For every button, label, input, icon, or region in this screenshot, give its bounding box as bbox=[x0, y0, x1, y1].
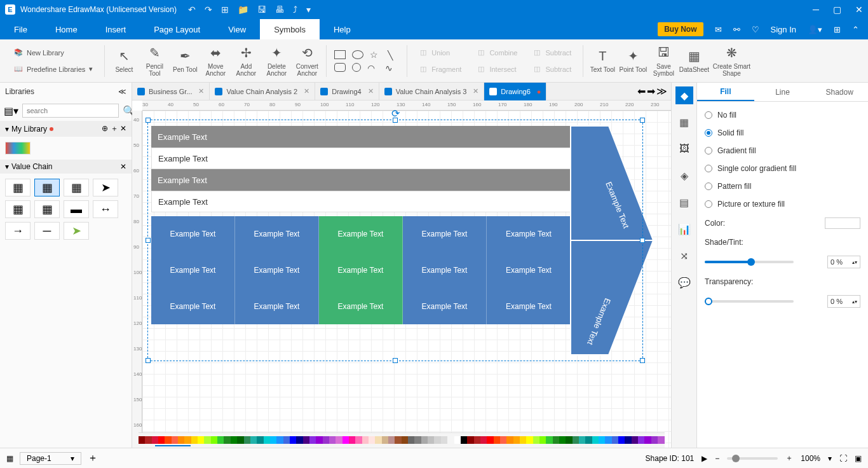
shape-rect[interactable] bbox=[334, 50, 346, 59]
shape-circle[interactable] bbox=[352, 63, 361, 72]
new-icon[interactable]: ⊞ bbox=[221, 4, 229, 15]
minimize-icon[interactable]: ─ bbox=[813, 4, 819, 15]
tab-vca2[interactable]: Value Chain Analysis 2✕ bbox=[210, 83, 315, 100]
play-icon[interactable]: ▶ bbox=[702, 454, 707, 463]
diagram-row-3[interactable]: Example Text bbox=[151, 169, 583, 191]
save-icon[interactable]: 🖫 bbox=[257, 4, 266, 15]
library-menu-icon[interactable]: ▤▾ bbox=[4, 105, 18, 117]
zoom-out-icon[interactable]: − bbox=[715, 454, 719, 463]
menu-file[interactable]: File bbox=[0, 19, 41, 39]
fit-page-icon[interactable]: ⛶ bbox=[839, 454, 847, 463]
library-search-input[interactable] bbox=[22, 104, 119, 118]
maximize-icon[interactable]: ▢ bbox=[833, 4, 841, 15]
shuffle-tool-icon[interactable]: ⤨ bbox=[675, 247, 693, 265]
close-icon[interactable]: ✕ bbox=[855, 4, 863, 15]
print-icon[interactable]: 🖶 bbox=[275, 4, 284, 15]
add-anchor-tool[interactable]: ✢Add Anchor bbox=[231, 45, 261, 77]
vc-shape-9[interactable]: → bbox=[5, 222, 31, 240]
bell-icon[interactable]: ♡ bbox=[752, 25, 759, 34]
radio-single-gradient[interactable]: Single color gradient fill bbox=[705, 164, 860, 173]
shape-roundrect[interactable] bbox=[334, 63, 346, 72]
vc-shape-8[interactable]: ↔ bbox=[93, 200, 118, 218]
export-icon[interactable]: ⤴ bbox=[293, 4, 297, 15]
vc-shape-5[interactable]: ▦ bbox=[5, 200, 31, 218]
shade-slider[interactable] bbox=[705, 261, 794, 263]
grid-tool-icon[interactable]: ▦ bbox=[675, 113, 693, 131]
send-icon[interactable]: ✉ bbox=[715, 25, 722, 34]
tab-drawing4[interactable]: Drawing4✕ bbox=[315, 83, 379, 100]
tab-prev-icon[interactable]: ⬅ bbox=[637, 85, 646, 97]
pen-tool[interactable]: ✒Pen Tool bbox=[170, 48, 200, 73]
open-icon[interactable]: 📁 bbox=[238, 4, 248, 15]
chart-tool-icon[interactable]: 📊 bbox=[675, 220, 693, 238]
canvas[interactable]: 3040506070809010011012013014015016017018… bbox=[132, 100, 671, 448]
new-library-button[interactable]: 📚New Library bbox=[11, 46, 95, 59]
undo-icon[interactable]: ↶ bbox=[188, 4, 196, 15]
vc-shape-1[interactable]: ▦ bbox=[5, 179, 31, 196]
menu-insert[interactable]: Insert bbox=[92, 19, 140, 39]
account-icon[interactable]: 👤▾ bbox=[808, 25, 822, 34]
predefine-libraries-button[interactable]: 📖Predefine Libraries▾ bbox=[11, 63, 95, 76]
tab-drawing6[interactable]: Drawing6● bbox=[484, 83, 546, 100]
shape-ellipse[interactable] bbox=[352, 50, 363, 59]
diagram-row-2[interactable]: Example Text bbox=[151, 148, 583, 169]
signin-link[interactable]: Sign In bbox=[771, 25, 796, 34]
image-tool-icon[interactable]: 🖼 bbox=[675, 140, 693, 158]
page-tool-icon[interactable]: ▤ bbox=[675, 193, 693, 211]
tab-more-icon[interactable]: ≫ bbox=[656, 85, 667, 97]
text-tool[interactable]: TText Tool bbox=[587, 48, 618, 73]
diagram-row-1[interactable]: Example Text bbox=[151, 126, 583, 148]
prop-tab-line[interactable]: Line bbox=[754, 83, 811, 101]
prop-tab-fill[interactable]: Fill bbox=[697, 83, 754, 101]
prop-tab-shadow[interactable]: Shadow bbox=[811, 83, 868, 101]
library-shape[interactable] bbox=[5, 142, 31, 155]
diagram-arrow[interactable]: Example Text Example Text bbox=[571, 126, 660, 355]
collapse-libraries-icon[interactable]: ≪ bbox=[118, 87, 126, 96]
fullscreen-icon[interactable]: ▣ bbox=[855, 454, 862, 463]
radio-solid-fill[interactable]: Solid fill bbox=[705, 128, 860, 137]
zoom-in-icon[interactable]: ＋ bbox=[785, 453, 793, 464]
page-selector[interactable]: Page-1▾ bbox=[20, 452, 81, 465]
move-anchor-tool[interactable]: ⬌Move Anchor bbox=[200, 45, 231, 77]
tab-vca3[interactable]: Value Chain Analysis 3✕ bbox=[379, 83, 485, 100]
transparency-spinbox[interactable]: 0 %▴▾ bbox=[827, 295, 860, 308]
my-library-section[interactable]: ▾ My Library⊕ ＋ ✕ bbox=[0, 121, 132, 137]
point-tool[interactable]: ✦Point Tool bbox=[618, 48, 648, 73]
collapse-ribbon-icon[interactable]: ⌃ bbox=[852, 25, 859, 34]
share-icon[interactable]: ⚯ bbox=[733, 25, 740, 34]
menu-symbols[interactable]: Symbols bbox=[260, 19, 320, 39]
shade-spinbox[interactable]: 0 %▴▾ bbox=[827, 256, 860, 268]
value-chain-diagram[interactable]: Example Text Example Text Example Text E… bbox=[151, 126, 583, 324]
radio-pattern-fill[interactable]: Pattern fill bbox=[705, 182, 860, 191]
redo-icon[interactable]: ↷ bbox=[205, 4, 212, 15]
color-palette-bar[interactable] bbox=[139, 436, 665, 448]
fill-tool-icon[interactable]: ◆ bbox=[675, 86, 693, 104]
vc-shape-10[interactable]: ─ bbox=[34, 222, 60, 240]
diagram-row-4[interactable]: Example Text bbox=[151, 191, 583, 212]
menu-view[interactable]: View bbox=[214, 19, 260, 39]
menu-help[interactable]: Help bbox=[320, 19, 365, 39]
select-tool[interactable]: ↖Select bbox=[109, 48, 139, 73]
radio-gradient-fill[interactable]: Gradient fill bbox=[705, 146, 860, 155]
buy-now-button[interactable]: Buy Now bbox=[658, 22, 703, 36]
create-smart-shape-button[interactable]: ❋Create Smart Shape bbox=[709, 45, 754, 77]
datasheet-button[interactable]: ▦DataSheet bbox=[679, 48, 709, 73]
menu-home[interactable]: Home bbox=[41, 19, 92, 39]
color-swatch[interactable] bbox=[825, 217, 860, 229]
more-icon[interactable]: ▾ bbox=[306, 4, 311, 15]
comment-tool-icon[interactable]: 💬 bbox=[675, 273, 693, 291]
convert-anchor-tool[interactable]: ⟲Convert Anchor bbox=[292, 45, 322, 77]
add-page-button[interactable]: ＋ bbox=[88, 451, 98, 465]
delete-anchor-tool[interactable]: ✦Delete Anchor bbox=[261, 45, 292, 77]
apps-icon[interactable]: ⊞ bbox=[834, 25, 841, 34]
vc-shape-3[interactable]: ▦ bbox=[64, 179, 89, 196]
layers-tool-icon[interactable]: ◈ bbox=[675, 167, 693, 184]
zoom-value[interactable]: 100% bbox=[801, 454, 820, 463]
tab-business[interactable]: Business Gr...✕ bbox=[132, 83, 210, 100]
vc-shape-7[interactable]: ▬ bbox=[64, 200, 89, 218]
radio-texture-fill[interactable]: Picture or texture fill bbox=[705, 200, 860, 209]
radio-no-fill[interactable]: No fill bbox=[705, 111, 860, 120]
zoom-slider[interactable] bbox=[727, 457, 778, 460]
tab-next-icon[interactable]: ➡ bbox=[647, 85, 655, 97]
diagram-columns[interactable]: Example TextExample TextExample Text Exa… bbox=[151, 216, 583, 324]
